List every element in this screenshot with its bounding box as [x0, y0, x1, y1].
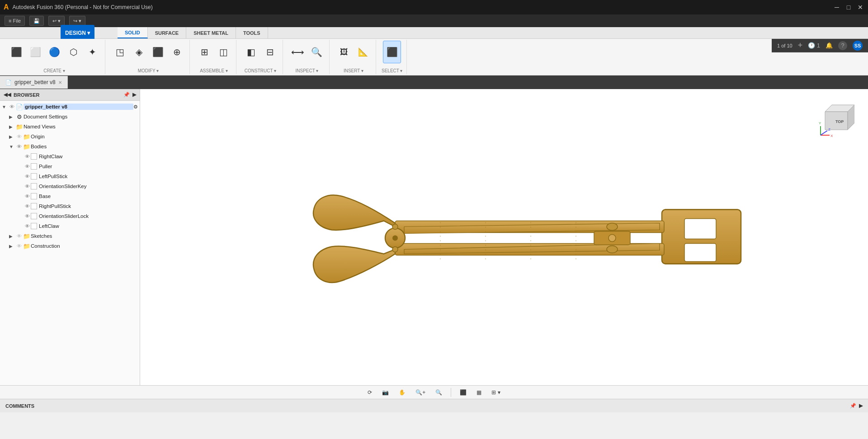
tree-body-leftclaw[interactable]: 👁 LeftClaw	[0, 221, 140, 231]
create-revolve-button[interactable]: 🔵	[45, 41, 63, 63]
tree-sketches[interactable]: ▶ 👁 📁 Sketches	[0, 231, 140, 241]
create-sculpt-button[interactable]: ✦	[83, 41, 101, 63]
comments-pin-icon[interactable]: 📌	[850, 403, 856, 409]
undo-button[interactable]: ↩ ▾	[48, 16, 65, 26]
orientation-gizmo-svg: TOP X Y Z	[818, 98, 854, 139]
create-new-component-button[interactable]: ⬛	[7, 41, 25, 63]
select-button[interactable]: ⬛	[383, 41, 401, 63]
bell-icon[interactable]: 🔔	[826, 42, 833, 49]
bottom-toolbar: ⟳ 📷 ✋ 🔍+ 🔍 ⬛ ▦ ⊞ ▾	[0, 385, 868, 399]
modify-pushpull-button[interactable]: ◳	[111, 41, 129, 63]
tree-body-rightpullstick[interactable]: 👁 RightPullStick	[0, 201, 140, 211]
tree-body-base[interactable]: 👁 Base	[0, 191, 140, 201]
leftpullstick-label: LeftPullStick	[37, 174, 140, 179]
create-extrude-button[interactable]: ⬜	[26, 41, 44, 63]
maximize-button[interactable]: □	[844, 3, 853, 11]
root-settings-icon[interactable]: ⚙	[133, 104, 138, 110]
leftclaw-eye-icon[interactable]: 👁	[24, 223, 31, 229]
base-eye-icon[interactable]: 👁	[24, 194, 31, 199]
assemble-motion-button[interactable]: ◫	[214, 41, 232, 63]
minimize-button[interactable]: ─	[833, 3, 841, 11]
rightclaw-eye-icon[interactable]: 👁	[24, 154, 31, 159]
close-button[interactable]: ✕	[856, 3, 864, 11]
grid-button[interactable]: ▦	[473, 387, 485, 397]
axis-icon: ⊟	[266, 47, 274, 57]
pan-button[interactable]: ✋	[396, 387, 409, 397]
layout-button[interactable]: ⊞ ▾	[488, 387, 503, 397]
tab-tools[interactable]: TOOLS	[236, 27, 268, 38]
construction-folder-icon: 📁	[23, 243, 31, 250]
zoom-in-button[interactable]: 🔍+	[412, 387, 429, 397]
tree-body-puller[interactable]: 👁 Puller	[0, 161, 140, 171]
assemble-label[interactable]: ASSEMBLE ▾	[200, 68, 228, 73]
tree-body-leftpullstick[interactable]: 👁 LeftPullStick	[0, 171, 140, 181]
help-button[interactable]: ?	[838, 41, 847, 50]
orientationsliderkey-label: OrientationSliderKey	[37, 184, 140, 189]
leftpullstick-eye-icon[interactable]: 👁	[24, 174, 31, 179]
add-tab-button[interactable]: +	[798, 41, 803, 50]
construct-plane-button[interactable]: ◧	[242, 41, 260, 63]
assemble-joint-button[interactable]: ⊞	[195, 41, 213, 63]
browser-collapse-icon[interactable]: ◀◀	[4, 92, 11, 98]
save-button[interactable]: 💾	[29, 16, 44, 26]
tab-sheet-metal[interactable]: SHEET METAL	[186, 27, 236, 38]
browser-expand-icon[interactable]: ▶	[132, 92, 136, 98]
tab-solid[interactable]: SOLID	[118, 27, 148, 38]
inspect-label[interactable]: INSPECT ▾	[296, 68, 319, 73]
inspect-measure-button[interactable]: ⟷	[288, 41, 307, 63]
modify-label[interactable]: MODIFY ▾	[138, 68, 159, 73]
puller-eye-icon[interactable]: 👁	[24, 164, 31, 169]
file-icon: 📄	[5, 80, 12, 85]
redo-button[interactable]: ↪ ▾	[69, 16, 85, 26]
file-menu-button[interactable]: ≡ File	[5, 16, 25, 26]
browser-header: ◀◀ BROWSER 📌 ▶	[0, 89, 140, 101]
bodies-eye-icon[interactable]: 👁	[15, 144, 23, 149]
modify-move-button[interactable]: ⊕	[168, 41, 186, 63]
browser-pin-icon[interactable]: 📌	[123, 92, 130, 98]
zoom-out-button[interactable]: 🔍	[432, 387, 445, 397]
ribbon-group-modify: ◳ ◈ ⬛ ⊕ MODIFY ▾	[107, 40, 190, 74]
tree-bodies[interactable]: ▼ 👁 📁 Bodies	[0, 142, 140, 151]
nav-cube-area[interactable]: TOP X Y Z	[818, 98, 854, 140]
rightpullstick-eye-icon[interactable]: 👁	[24, 203, 31, 209]
canvas-icon: 🖼	[340, 48, 348, 56]
create-label[interactable]: CREATE ▾	[43, 68, 65, 73]
fit-view-button[interactable]: ⟳	[364, 387, 375, 397]
orientationsliderkey-eye-icon[interactable]: 👁	[24, 184, 31, 189]
select-label[interactable]: SELECT ▾	[382, 68, 403, 73]
sketches-eye-icon[interactable]: 👁	[15, 233, 23, 239]
camera-button[interactable]: 📷	[379, 387, 392, 397]
root-eye-icon[interactable]: 👁	[8, 104, 15, 109]
viewport[interactable]: TOP X Y Z	[140, 89, 868, 385]
file-tab-gripper[interactable]: 📄 gripper_better v8 ✕	[0, 76, 68, 89]
ribbon-group-assemble: ⊞ ◫ ASSEMBLE ▾	[192, 40, 236, 74]
insert-canvas-button[interactable]: 🖼	[335, 41, 353, 63]
construct-label[interactable]: CONSTRUCT ▾	[245, 68, 276, 73]
shading-button[interactable]: ⬛	[457, 387, 470, 397]
insert-label[interactable]: INSERT ▾	[344, 68, 363, 73]
orientationsliderlock-eye-icon[interactable]: 👁	[24, 213, 31, 219]
tree-body-orientationsliderkey[interactable]: 👁 OrientationSliderKey	[0, 181, 140, 191]
puller-label: Puller	[37, 164, 140, 169]
construction-eye-icon[interactable]: 👁	[15, 243, 23, 249]
modify-shell-button[interactable]: ⬛	[149, 41, 167, 63]
tree-document-settings[interactable]: ▶ ⚙ Document Settings	[0, 112, 140, 122]
inspect-interference-button[interactable]: 🔍	[307, 41, 326, 63]
comments-expand-icon[interactable]: ▶	[859, 403, 863, 409]
construct-axis-button[interactable]: ⊟	[261, 41, 279, 63]
modify-fillet-button[interactable]: ◈	[130, 41, 148, 63]
user-avatar[interactable]: SS	[853, 41, 863, 51]
tab-surface[interactable]: SURFACE	[148, 27, 187, 38]
insert-decal-button[interactable]: 📐	[354, 41, 372, 63]
tree-named-views[interactable]: ▶ 📁 Named Views	[0, 122, 140, 132]
tree-body-orientationsliderlock[interactable]: 👁 OrientationSliderLock	[0, 211, 140, 221]
tree-origin[interactable]: ▶ 👁 📁 Origin	[0, 132, 140, 142]
tab-bar: 📄 gripper_better v8 ✕	[0, 76, 868, 89]
plane-icon: ◧	[247, 47, 255, 57]
file-tab-close-icon[interactable]: ✕	[58, 80, 62, 85]
tree-root[interactable]: ▼ 👁 📄 gripper_better v8 ⚙	[0, 102, 140, 112]
origin-eye-icon[interactable]: 👁	[15, 134, 23, 139]
tree-construction[interactable]: ▶ 👁 📁 Construction	[0, 241, 140, 251]
tree-body-rightclaw[interactable]: 👁 RightClaw	[0, 151, 140, 161]
create-sweep-button[interactable]: ⬡	[64, 41, 82, 63]
